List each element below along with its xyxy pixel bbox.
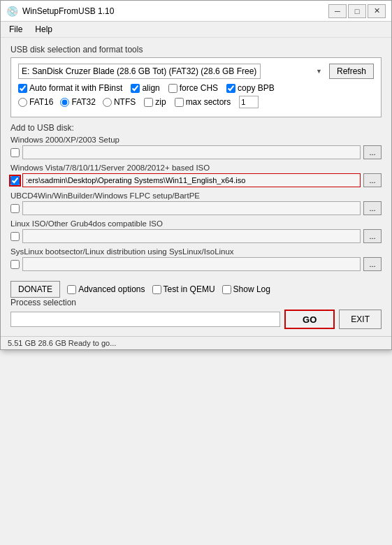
winvista-browse-button[interactable]: ... bbox=[363, 173, 382, 187]
max-sectors-checkbox[interactable] bbox=[175, 98, 184, 107]
close-button[interactable]: ✕ bbox=[368, 4, 386, 18]
winvista-input-row: ... bbox=[10, 173, 382, 187]
auto-format-checkbox-label[interactable]: Auto format it with FBinst bbox=[18, 83, 122, 93]
title-bar: 💿 WinSetupFromUSB 1.10 ─ □ ✕ bbox=[1, 1, 391, 22]
force-chs-label: force CHS bbox=[180, 83, 218, 93]
max-sectors-label: max sectors bbox=[186, 97, 231, 107]
fs-radio-group: FAT16 FAT32 NTFS bbox=[18, 97, 136, 107]
advanced-options-label: Advanced options bbox=[78, 284, 145, 294]
align-checkbox[interactable] bbox=[131, 84, 140, 93]
ntfs-radio[interactable] bbox=[103, 98, 112, 107]
menu-help[interactable]: Help bbox=[29, 23, 58, 36]
drive-select[interactable]: E: SanDisk Cruzer Blade (28.6 GB Tot) (F… bbox=[18, 64, 261, 79]
copy-bpb-checkbox-label[interactable]: copy BPB bbox=[226, 83, 275, 93]
syslinux-checkbox[interactable] bbox=[10, 260, 20, 269]
donate-button[interactable]: DONATE bbox=[10, 281, 60, 298]
ntfs-radio-label[interactable]: NTFS bbox=[103, 97, 136, 107]
main-content: USB disk selection and format tools E: S… bbox=[1, 38, 391, 336]
zip-checkbox[interactable] bbox=[144, 98, 153, 107]
linux-browse-button[interactable]: ... bbox=[363, 229, 382, 243]
bottom-bar-row: GO EXIT bbox=[10, 310, 382, 329]
linux-category: Linux ISO/Other Grub4dos compatible ISO bbox=[10, 219, 382, 228]
max-sectors-checkbox-label[interactable]: max sectors bbox=[175, 97, 231, 107]
align-checkbox-label[interactable]: align bbox=[131, 83, 159, 93]
iso-row-ubcd: UBCD4Win/WinBuilder/Windows FLPC setup/B… bbox=[10, 191, 382, 215]
process-selection-label: Process selection bbox=[10, 298, 382, 307]
syslinux-browse-button[interactable]: ... bbox=[363, 257, 382, 271]
test-qemu-checkbox-label[interactable]: Test in QEMU bbox=[152, 284, 215, 294]
ubcd-path-input[interactable] bbox=[22, 201, 361, 215]
bottom-section: DONATE Advanced options Test in QEMU Sho… bbox=[10, 281, 382, 329]
zip-checkbox-label[interactable]: zip bbox=[144, 97, 166, 107]
usb-section: USB disk selection and format tools E: S… bbox=[10, 45, 382, 117]
window-icon: 💿 bbox=[6, 6, 18, 17]
show-log-checkbox-label[interactable]: Show Log bbox=[222, 284, 270, 294]
auto-format-checkbox[interactable] bbox=[18, 84, 27, 93]
win2000-input-row: ... bbox=[10, 145, 382, 159]
copy-bpb-checkbox[interactable] bbox=[226, 84, 235, 93]
winvista-checkbox[interactable] bbox=[10, 176, 20, 185]
syslinux-input-row: ... bbox=[10, 257, 382, 271]
menu-file[interactable]: File bbox=[3, 23, 28, 36]
linux-input-row: ... bbox=[10, 229, 382, 243]
status-bar: 5.51 GB 28.6 GB Ready to go... bbox=[1, 336, 391, 349]
ubcd-category: UBCD4Win/WinBuilder/Windows FLPC setup/B… bbox=[10, 191, 382, 200]
usb-section-label: USB disk selection and format tools bbox=[10, 45, 382, 54]
maximize-button[interactable]: □ bbox=[348, 4, 366, 18]
auto-format-row: Auto format it with FBinst align force C… bbox=[18, 83, 374, 93]
main-window: 💿 WinSetupFromUSB 1.10 ─ □ ✕ File Help U… bbox=[0, 0, 392, 350]
advanced-options-checkbox[interactable] bbox=[67, 285, 76, 294]
iso-row-linux: Linux ISO/Other Grub4dos compatible ISO … bbox=[10, 219, 382, 243]
exit-button[interactable]: EXIT bbox=[339, 310, 382, 329]
zip-label: zip bbox=[155, 97, 166, 107]
go-button[interactable]: GO bbox=[284, 310, 335, 329]
show-log-checkbox[interactable] bbox=[222, 285, 231, 294]
syslinux-path-input[interactable] bbox=[22, 257, 361, 271]
win2000-category: Windows 2000/XP/2003 Setup bbox=[10, 136, 382, 144]
show-log-label: Show Log bbox=[233, 284, 270, 294]
winvista-path-input[interactable] bbox=[22, 173, 361, 187]
bottom-options-row: DONATE Advanced options Test in QEMU Sho… bbox=[10, 281, 382, 298]
win2000-path-input[interactable] bbox=[22, 145, 361, 159]
force-chs-checkbox-label[interactable]: force CHS bbox=[168, 83, 218, 93]
ntfs-label: NTFS bbox=[114, 97, 136, 107]
syslinux-category: SysLinux bootsector/Linux distribution u… bbox=[10, 247, 382, 256]
minimize-button[interactable]: ─ bbox=[328, 4, 347, 18]
test-qemu-checkbox[interactable] bbox=[152, 285, 161, 294]
fat32-label: FAT32 bbox=[71, 97, 95, 107]
progress-input[interactable] bbox=[10, 312, 280, 327]
fat16-radio-label[interactable]: FAT16 bbox=[18, 97, 53, 107]
test-qemu-label: Test in QEMU bbox=[164, 284, 215, 294]
fat16-label: FAT16 bbox=[29, 97, 53, 107]
copy-bpb-label: copy BPB bbox=[238, 83, 275, 93]
refresh-button[interactable]: Refresh bbox=[329, 64, 374, 79]
auto-format-label: Auto format it with FBinst bbox=[29, 83, 122, 93]
iso-row-win2000: Windows 2000/XP/2003 Setup ... bbox=[10, 136, 382, 159]
ubcd-input-row: ... bbox=[10, 201, 382, 215]
drive-row: E: SanDisk Cruzer Blade (28.6 GB Tot) (F… bbox=[18, 64, 374, 79]
linux-path-input[interactable] bbox=[22, 229, 361, 243]
iso-row-winvista: Windows Vista/7/8/10/11/Server 2008/2012… bbox=[10, 164, 382, 187]
status-text: 5.51 GB 28.6 GB Ready to go... bbox=[8, 339, 116, 347]
max-sectors-value[interactable] bbox=[239, 96, 259, 108]
fat32-radio[interactable] bbox=[60, 98, 69, 107]
title-bar-left: 💿 WinSetupFromUSB 1.10 bbox=[6, 6, 114, 17]
winvista-category: Windows Vista/7/8/10/11/Server 2008/2012… bbox=[10, 164, 382, 172]
title-bar-controls: ─ □ ✕ bbox=[328, 4, 386, 18]
force-chs-checkbox[interactable] bbox=[168, 84, 177, 93]
advanced-options-checkbox-label[interactable]: Advanced options bbox=[67, 284, 145, 294]
usb-group-box: E: SanDisk Cruzer Blade (28.6 GB Tot) (F… bbox=[10, 57, 382, 117]
align-label: align bbox=[142, 83, 159, 93]
ubcd-browse-button[interactable]: ... bbox=[363, 201, 382, 215]
iso-row-syslinux: SysLinux bootsector/Linux distribution u… bbox=[10, 247, 382, 271]
win2000-browse-button[interactable]: ... bbox=[363, 145, 382, 159]
fat16-radio[interactable] bbox=[18, 98, 27, 107]
fat32-radio-label[interactable]: FAT32 bbox=[60, 97, 95, 107]
win2000-checkbox[interactable] bbox=[10, 148, 20, 157]
add-usb-label: Add to USB disk: bbox=[10, 123, 382, 133]
linux-checkbox[interactable] bbox=[10, 232, 20, 241]
drive-select-wrapper: E: SanDisk Cruzer Blade (28.6 GB Tot) (F… bbox=[18, 64, 325, 79]
ubcd-checkbox[interactable] bbox=[10, 204, 20, 213]
add-usb-section: Add to USB disk: Windows 2000/XP/2003 Se… bbox=[10, 123, 382, 275]
window-title: WinSetupFromUSB 1.10 bbox=[22, 6, 114, 16]
